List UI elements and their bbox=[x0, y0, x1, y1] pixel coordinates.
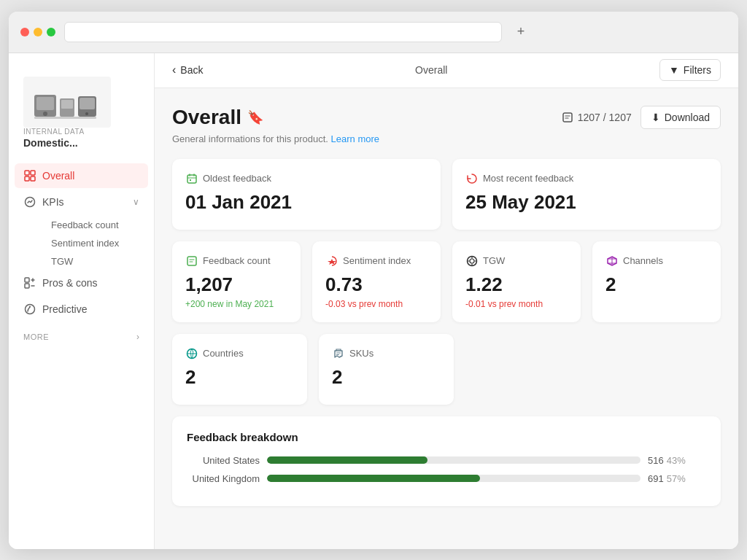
svg-rect-19 bbox=[187, 175, 196, 183]
close-button[interactable] bbox=[20, 28, 29, 36]
new-tab-button[interactable]: + bbox=[511, 22, 531, 42]
feedback-count-label: Feedback count bbox=[185, 254, 287, 268]
page-subtitle: General informations for this product. L… bbox=[172, 133, 721, 144]
breakdown-title: Feedback breakdown bbox=[187, 431, 706, 443]
sidebar-item-feedback-count[interactable]: Feedback count bbox=[42, 216, 148, 234]
tgw-label: TGW bbox=[465, 254, 568, 268]
kpis-label: KPIs bbox=[42, 196, 127, 208]
maximize-button[interactable] bbox=[47, 28, 55, 36]
breakdown-row-us: United States 51643% bbox=[187, 455, 706, 466]
channels-value: 2 bbox=[605, 273, 708, 296]
svg-rect-4 bbox=[61, 100, 73, 109]
kpi-icon bbox=[23, 195, 36, 209]
breakdown-count-us: 51643% bbox=[648, 455, 706, 466]
skus-icon bbox=[332, 347, 345, 360]
countries-skus-row: Countries 2 bbox=[172, 334, 721, 405]
bookmark-icon[interactable]: 🔖 bbox=[247, 109, 263, 125]
kpi-cards-row: Feedback count 1,207 +200 new in May 202… bbox=[172, 241, 721, 322]
skus-label: SKUs bbox=[332, 347, 441, 360]
channels-label: Channels bbox=[605, 254, 708, 268]
sidebar-more[interactable]: MORE › bbox=[9, 323, 154, 351]
sidebar-item-sentiment-index[interactable]: Sentiment index bbox=[42, 234, 148, 252]
minimize-button[interactable] bbox=[34, 28, 42, 36]
countries-icon bbox=[185, 347, 198, 360]
svg-rect-18 bbox=[563, 113, 572, 122]
url-bar[interactable] bbox=[64, 22, 502, 42]
nav-title: Overall bbox=[415, 64, 447, 76]
sentiment-index-card: Sentiment index 0.73 -0.03 vs prev month bbox=[312, 241, 441, 322]
channels-icon bbox=[605, 254, 619, 268]
svg-point-16 bbox=[26, 304, 35, 314]
sentiment-index-label: Sentiment index bbox=[325, 254, 427, 268]
breakdown-count-uk: 69157% bbox=[648, 473, 706, 484]
download-label: Download bbox=[665, 112, 710, 123]
app: INTERNAL DATA Domestic... Overall bbox=[9, 53, 738, 549]
most-recent-feedback-title: Most recent feedback bbox=[483, 173, 573, 184]
page-header: Overall 🔖 1207 / 1207 ⬇ bbox=[172, 106, 721, 129]
svg-rect-11 bbox=[25, 176, 29, 181]
feedback-count-value: 1,207 bbox=[185, 273, 287, 296]
breakdown-label-us: United States bbox=[187, 455, 260, 466]
kpis-chevron-icon: ∨ bbox=[133, 197, 139, 207]
main-content: ‹ Back Overall ▼ Filters Overall 🔖 bbox=[155, 53, 738, 549]
sidebar: INTERNAL DATA Domestic... Overall bbox=[9, 53, 155, 549]
svg-rect-9 bbox=[25, 171, 29, 175]
svg-point-23 bbox=[470, 259, 474, 263]
sidebar-item-kpis[interactable]: KPIs ∨ bbox=[15, 190, 148, 214]
more-chevron-icon: › bbox=[136, 332, 139, 342]
back-arrow-icon: ‹ bbox=[172, 63, 176, 77]
sidebar-item-pros-cons[interactable]: Pros & cons bbox=[15, 271, 148, 295]
breakdown-row-uk: United Kingdom 69157% bbox=[187, 473, 706, 484]
filter-icon: ▼ bbox=[669, 64, 679, 76]
oldest-feedback-label: Oldest feedback bbox=[185, 172, 427, 185]
back-button[interactable]: ‹ Back bbox=[172, 63, 203, 77]
traffic-lights bbox=[20, 28, 55, 36]
feedback-count-card: Feedback count 1,207 +200 new in May 202… bbox=[172, 241, 301, 322]
page-title-group: Overall 🔖 bbox=[172, 106, 263, 129]
spacer bbox=[465, 334, 721, 405]
oldest-feedback-value: 01 Jan 2021 bbox=[185, 191, 427, 214]
download-icon: ⬇ bbox=[651, 112, 660, 123]
download-button[interactable]: ⬇ Download bbox=[640, 106, 721, 129]
oldest-feedback-card: Oldest feedback 01 Jan 2021 bbox=[172, 159, 441, 230]
skus-value: 2 bbox=[332, 366, 441, 389]
skus-card: SKUs 2 bbox=[319, 334, 454, 405]
countries-card: Countries 2 bbox=[172, 334, 307, 405]
svg-rect-21 bbox=[187, 257, 196, 265]
breakdown-label-uk: United Kingdom bbox=[187, 473, 260, 484]
feedback-count-icon bbox=[185, 254, 198, 268]
filters-button[interactable]: ▼ Filters bbox=[659, 59, 721, 81]
pros-cons-label: Pros & cons bbox=[42, 277, 139, 289]
svg-point-2 bbox=[43, 112, 47, 116]
sentiment-index-title: Sentiment index bbox=[343, 255, 411, 266]
most-recent-feedback-card: Most recent feedback 25 May 2021 bbox=[452, 159, 721, 230]
internal-data-label: INTERNAL DATA bbox=[23, 128, 139, 136]
sidebar-item-overall[interactable]: Overall bbox=[15, 163, 148, 188]
sentiment-index-sub: -0.03 vs prev month bbox=[325, 299, 427, 309]
product-image bbox=[23, 77, 111, 128]
back-label: Back bbox=[180, 64, 203, 76]
sentiment-index-value: 0.73 bbox=[325, 273, 427, 296]
sidebar-nav: Overall KPIs ∨ Feedback count bbox=[9, 163, 154, 322]
tgw-value: 1.22 bbox=[465, 273, 568, 296]
sidebar-item-tgw[interactable]: TGW bbox=[42, 252, 148, 271]
more-label: MORE bbox=[23, 332, 49, 341]
sentiment-icon bbox=[325, 254, 338, 268]
feedback-breakdown-card: Feedback breakdown United States 51643% … bbox=[172, 416, 721, 506]
predictive-label: Predictive bbox=[42, 303, 139, 315]
svg-point-17 bbox=[29, 306, 31, 307]
svg-rect-10 bbox=[31, 171, 35, 175]
svg-rect-12 bbox=[31, 176, 35, 181]
doc-count: 1207 / 1207 bbox=[562, 112, 632, 123]
grid-icon bbox=[23, 169, 36, 182]
feedback-count-title: Feedback count bbox=[203, 255, 271, 266]
browser-window: + bbox=[9, 12, 738, 549]
tgw-sub: -0.01 vs prev month bbox=[465, 299, 568, 309]
breakdown-bar-track-us bbox=[267, 456, 640, 464]
learn-more-link[interactable]: Learn more bbox=[331, 133, 379, 144]
channels-title: Channels bbox=[623, 255, 663, 266]
overall-label: Overall bbox=[42, 170, 139, 182]
svg-point-7 bbox=[85, 112, 88, 115]
doc-count-icon bbox=[562, 112, 573, 123]
sidebar-item-predictive[interactable]: Predictive bbox=[15, 297, 148, 322]
